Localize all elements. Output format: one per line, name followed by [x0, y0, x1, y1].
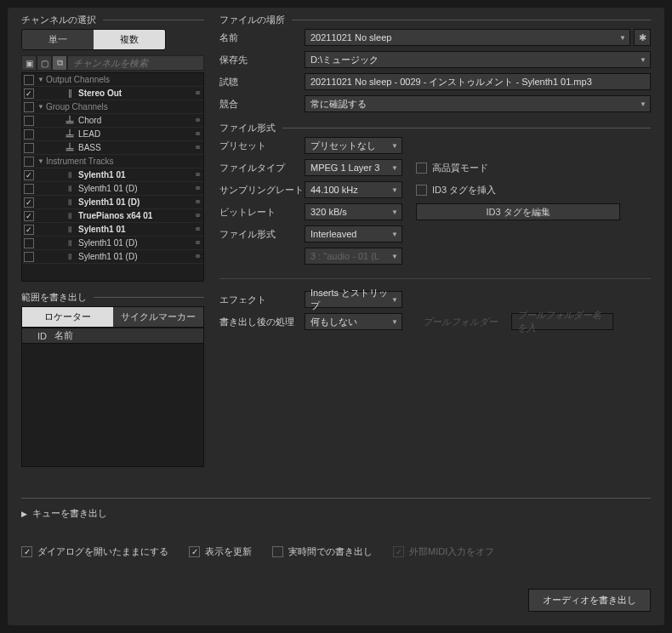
- track-checkbox[interactable]: [24, 211, 34, 221]
- id3-insert-checkbox[interactable]: [416, 185, 427, 196]
- expand-icon[interactable]: ▼: [37, 76, 46, 83]
- group-label: Instrument Tracks: [46, 157, 202, 166]
- channel-toolbar: ▣ ▢ ⧉: [21, 55, 204, 71]
- track-label: BASS: [78, 143, 192, 152]
- preview-value: 20211021 No sleep - 0029 - インストゥルメント - S…: [305, 73, 651, 90]
- track-checkbox[interactable]: [24, 129, 34, 140]
- tree-track-row[interactable]: 𝍦LEAD⚭: [22, 128, 203, 141]
- post-process-dropdown[interactable]: 何もしない: [305, 313, 402, 330]
- channel-search-input[interactable]: [67, 55, 204, 71]
- tree-track-row[interactable]: ⦀Sylenth1 01 (D)⚭: [22, 237, 203, 250]
- track-icon: ⦀: [64, 211, 76, 221]
- name-label: 名前: [219, 31, 305, 44]
- effect-dropdown[interactable]: Inserts とストリップ: [305, 291, 402, 308]
- track-icon: ⦀: [64, 238, 76, 248]
- channel-link-icon[interactable]: ⚭: [194, 237, 202, 248]
- channel-link-icon[interactable]: ⚭: [194, 115, 202, 126]
- export-audio-button[interactable]: オーディオを書き出し: [528, 589, 651, 612]
- track-checkbox[interactable]: [24, 88, 34, 99]
- col-id: ID: [26, 331, 54, 341]
- tab-locator[interactable]: ロケーター: [22, 307, 113, 327]
- expand-icon[interactable]: ▼: [37, 157, 46, 165]
- filetype-dropdown[interactable]: MPEG 1 Layer 3: [305, 159, 402, 176]
- track-checkbox[interactable]: [24, 75, 34, 85]
- tree-track-row[interactable]: ⦀Sylenth1 01 (D)⚭: [22, 182, 203, 196]
- expand-all-icon[interactable]: ▣: [21, 55, 37, 71]
- preset-label: プリセット: [219, 140, 305, 152]
- track-checkbox[interactable]: [24, 157, 34, 167]
- channel-link-icon[interactable]: ⚭: [194, 251, 202, 262]
- update-display-label: 表示を更新: [205, 545, 252, 558]
- file-location-section: ファイルの場所 名前 20211021 No sleep ✱ 保存先 D:\ミュ…: [219, 20, 651, 112]
- track-checkbox[interactable]: [24, 197, 34, 208]
- tab-multiple[interactable]: 複数: [94, 30, 165, 49]
- track-checkbox[interactable]: [24, 238, 34, 248]
- audio-ext-dropdown[interactable]: 3 : "audio - 01 (L: [305, 248, 402, 265]
- track-checkbox[interactable]: [24, 184, 34, 194]
- tab-single[interactable]: 単一: [22, 30, 94, 49]
- hq-mode-checkbox[interactable]: [416, 163, 427, 174]
- preset-dropdown[interactable]: プリセットなし: [305, 137, 402, 154]
- track-label: Chord: [78, 116, 192, 125]
- track-icon: ⦀: [64, 170, 76, 180]
- save-path-dropdown[interactable]: D:\ミュージック: [305, 51, 651, 68]
- track-label: TruePianos x64 01: [78, 211, 192, 220]
- separator: [219, 278, 651, 279]
- track-checkbox[interactable]: [24, 170, 34, 180]
- name-dropdown[interactable]: 20211021 No sleep: [305, 29, 630, 46]
- samplerate-dropdown[interactable]: 44.100 kHz: [305, 181, 402, 198]
- tree-track-row[interactable]: 𝍦BASS⚭: [22, 141, 203, 155]
- track-icon: ⦀: [64, 225, 76, 235]
- track-checkbox[interactable]: [24, 143, 34, 153]
- channel-link-icon[interactable]: ⚭: [194, 224, 202, 235]
- ext-midi-checkbox: [393, 546, 404, 557]
- channel-link-icon[interactable]: ⚭: [194, 128, 202, 140]
- track-label: LEAD: [78, 129, 192, 139]
- name-settings-icon[interactable]: ✱: [634, 29, 651, 46]
- pool-folder-input[interactable]: プールフォルダー名を入: [511, 313, 613, 330]
- tree-track-row[interactable]: ⦀Sylenth1 01⚭: [22, 168, 203, 182]
- preview-label: 試聴: [219, 76, 305, 88]
- channel-link-icon[interactable]: ⚭: [194, 183, 202, 194]
- fileformat-dropdown[interactable]: Interleaved: [305, 225, 402, 242]
- id3-edit-button[interactable]: ID3 タグを編集: [416, 203, 620, 220]
- track-label: Sylenth1 01: [78, 170, 192, 180]
- collapse-all-icon[interactable]: ▢: [37, 55, 52, 71]
- bitrate-label: ビットレート: [219, 206, 305, 219]
- keep-dialog-checkbox[interactable]: [21, 546, 32, 557]
- channel-tree[interactable]: ▼Output Channels‖Stereo Out⚭▼Group Chann…: [21, 72, 204, 282]
- track-label: Stereo Out: [78, 88, 192, 98]
- tree-group-row[interactable]: ▼Output Channels: [22, 73, 203, 87]
- track-icon: 𝍦: [64, 142, 76, 154]
- tree-track-row[interactable]: ⦀Sylenth1 01 (D)⚭: [22, 250, 203, 264]
- range-table[interactable]: ID 名前: [21, 328, 204, 467]
- track-checkbox[interactable]: [24, 225, 34, 235]
- tree-track-row[interactable]: ⦀Sylenth1 01⚭: [22, 223, 203, 237]
- hq-mode-label: 高品質モード: [432, 162, 488, 174]
- tree-track-row[interactable]: ‖Stereo Out⚭: [22, 87, 203, 100]
- channel-link-icon[interactable]: ⚭: [194, 210, 202, 221]
- expand-icon[interactable]: ▼: [37, 103, 46, 111]
- tree-group-row[interactable]: ▼Group Channels: [22, 100, 203, 114]
- link-icon[interactable]: ⧉: [52, 55, 67, 71]
- channel-link-icon[interactable]: ⚭: [194, 169, 202, 180]
- track-checkbox[interactable]: [24, 252, 34, 262]
- effect-label: エフェクト: [219, 294, 305, 306]
- track-checkbox[interactable]: [24, 102, 34, 112]
- channel-link-icon[interactable]: ⚭: [194, 142, 202, 153]
- conflict-dropdown[interactable]: 常に確認する: [305, 95, 651, 112]
- channel-link-icon[interactable]: ⚭: [194, 88, 202, 99]
- channel-link-icon[interactable]: ⚭: [194, 197, 202, 208]
- tree-track-row[interactable]: 𝍦Chord⚭: [22, 114, 203, 128]
- realtime-checkbox[interactable]: [272, 546, 283, 557]
- track-label: Sylenth1 01 (D): [78, 197, 192, 207]
- queue-expand-icon[interactable]: ▶: [21, 510, 27, 518]
- bitrate-dropdown[interactable]: 320 kB/s: [305, 203, 402, 220]
- tree-group-row[interactable]: ▼Instrument Tracks: [22, 155, 203, 168]
- update-display-checkbox[interactable]: [189, 546, 200, 557]
- conflict-label: 競合: [219, 98, 305, 111]
- tree-track-row[interactable]: ⦀TruePianos x64 01⚭: [22, 209, 203, 223]
- track-checkbox[interactable]: [24, 116, 34, 126]
- tree-track-row[interactable]: ⦀Sylenth1 01 (D)⚭: [22, 196, 203, 209]
- tab-cycle-marker[interactable]: サイクルマーカー: [113, 307, 204, 327]
